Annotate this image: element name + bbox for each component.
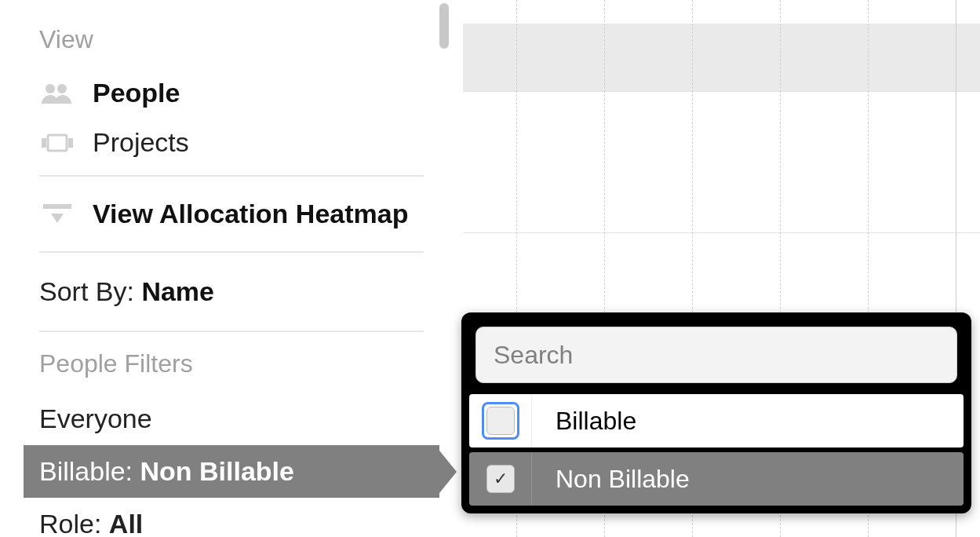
sort-by-label: Sort By:	[39, 276, 141, 306]
people-icon	[39, 81, 75, 106]
nav-item-people[interactable]: People	[39, 68, 424, 118]
filter-billable-label: Billable:	[39, 456, 140, 486]
filter-billable-value: Non Billable	[140, 456, 294, 486]
sidebar: View People Projects View Allocation Hea…	[24, 0, 439, 537]
filter-role[interactable]: Role: All	[39, 498, 424, 537]
nav-item-projects-label: Projects	[93, 127, 189, 158]
grid-line-h	[463, 91, 980, 92]
section-label-view: View	[39, 16, 424, 68]
filter-billable[interactable]: Billable: Non Billable	[24, 445, 439, 498]
option-non-billable[interactable]: ✓ Non Billable	[469, 452, 964, 506]
billable-filter-popover: Billable ✓ Non Billable	[461, 312, 971, 513]
nav-item-people-label: People	[93, 78, 180, 108]
divider	[39, 331, 424, 332]
svg-rect-4	[68, 138, 73, 148]
svg-point-0	[46, 84, 55, 93]
option-billable[interactable]: Billable	[469, 394, 964, 448]
nav-item-heatmap-label: View Allocation Heatmap	[93, 199, 408, 229]
projects-icon	[39, 130, 75, 155]
svg-rect-2	[48, 135, 67, 151]
search-input[interactable]	[475, 327, 957, 383]
filter-everyone[interactable]: Everyone	[39, 393, 424, 445]
checkbox-focus-ring	[482, 402, 519, 440]
svg-point-1	[57, 84, 67, 93]
divider	[39, 251, 424, 253]
heatmap-icon	[39, 202, 75, 227]
filter-everyone-label: Everyone	[39, 404, 152, 433]
grid-header-band	[463, 24, 980, 91]
nav-item-heatmap[interactable]: View Allocation Heatmap	[39, 184, 424, 243]
section-label-people-filters: People Filters	[39, 340, 424, 393]
option-non-billable-checkbox-cell[interactable]: ✓	[469, 452, 532, 506]
svg-rect-3	[42, 138, 46, 148]
divider	[39, 175, 424, 177]
scrollbar-thumb[interactable]	[439, 3, 449, 49]
sort-by-row[interactable]: Sort By: Name	[39, 261, 424, 323]
filter-role-label: Role:	[39, 509, 109, 537]
option-billable-checkbox-cell[interactable]	[469, 394, 532, 448]
option-billable-label: Billable	[532, 407, 964, 436]
sort-by-value: Name	[141, 276, 214, 306]
checkbox-icon: ✓	[486, 465, 515, 493]
grid-line-h	[463, 232, 980, 233]
option-non-billable-label: Non Billable	[532, 465, 964, 494]
nav-item-projects[interactable]: Projects	[39, 118, 424, 167]
filter-role-value: All	[109, 509, 143, 537]
checkbox-icon	[486, 407, 515, 435]
svg-rect-5	[43, 204, 71, 209]
